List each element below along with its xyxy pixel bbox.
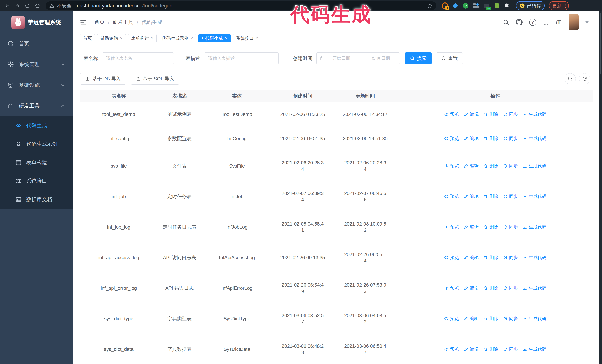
- edit-link[interactable]: 编辑: [464, 285, 479, 291]
- extension-icon[interactable]: 1: [441, 2, 448, 9]
- edit-link[interactable]: 编辑: [464, 254, 479, 261]
- sync-link[interactable]: 同步: [503, 135, 518, 142]
- preview-link[interactable]: 预览: [444, 285, 459, 291]
- edit-link[interactable]: 编辑: [464, 135, 479, 142]
- toggle-search-button[interactable]: [565, 73, 576, 84]
- extensions-puzzle-icon[interactable]: [504, 2, 510, 9]
- delete-link[interactable]: 删除: [484, 254, 498, 261]
- delete-link[interactable]: 删除: [484, 135, 498, 142]
- import-sql-button[interactable]: 基于 SQL 导入: [131, 73, 179, 85]
- tab-system-api[interactable]: 系统接口×: [233, 34, 261, 42]
- tab-codegen[interactable]: 代码生成×: [198, 34, 231, 42]
- search-icon[interactable]: [503, 19, 509, 25]
- extension-icon[interactable]: [452, 2, 459, 9]
- preview-link[interactable]: 预览: [444, 346, 459, 352]
- extension-icon[interactable]: [494, 2, 500, 9]
- generate-code-link[interactable]: 生成代码: [523, 315, 547, 322]
- close-icon[interactable]: ×: [120, 36, 123, 41]
- sync-link[interactable]: 同步: [503, 163, 518, 169]
- edit-link[interactable]: 编辑: [464, 315, 479, 322]
- sync-link[interactable]: 同步: [503, 193, 518, 200]
- preview-link[interactable]: 预览: [444, 135, 459, 142]
- close-icon[interactable]: ×: [151, 36, 153, 41]
- preview-link[interactable]: 预览: [444, 224, 459, 230]
- delete-link[interactable]: 删除: [484, 224, 498, 230]
- sync-link[interactable]: 同步: [503, 285, 518, 291]
- avatar-dropdown-caret[interactable]: [585, 21, 589, 25]
- paused-badge[interactable]: 已暂停: [516, 1, 545, 10]
- close-icon[interactable]: ×: [256, 36, 258, 41]
- generate-code-link[interactable]: 生成代码: [523, 346, 547, 352]
- hamburger-icon[interactable]: [80, 19, 86, 26]
- browser-back-button[interactable]: [3, 1, 12, 10]
- generate-code-link[interactable]: 生成代码: [523, 135, 547, 142]
- extension-icon[interactable]: [462, 2, 469, 9]
- generate-code-link[interactable]: 生成代码: [523, 193, 547, 200]
- table-desc-input[interactable]: 请输入表描述: [204, 52, 279, 64]
- security-label[interactable]: 不安全: [57, 3, 72, 9]
- delete-link[interactable]: 删除: [484, 163, 498, 169]
- edit-link[interactable]: 编辑: [464, 163, 479, 169]
- generate-code-link[interactable]: 生成代码: [523, 111, 547, 117]
- search-button[interactable]: 搜索: [405, 52, 431, 64]
- browser-home-button[interactable]: [33, 1, 42, 10]
- delete-link[interactable]: 删除: [484, 193, 498, 200]
- date-start-input[interactable]: 开始日期: [326, 55, 356, 61]
- sync-link[interactable]: 同步: [503, 224, 518, 230]
- extension-icon[interactable]: on: [483, 2, 490, 9]
- generate-code-link[interactable]: 生成代码: [523, 224, 547, 230]
- sidebar-item-system-api[interactable]: 系统接口: [0, 172, 73, 190]
- edit-link[interactable]: 编辑: [464, 346, 479, 352]
- sync-link[interactable]: 同步: [503, 254, 518, 261]
- tab-codegen-example[interactable]: 代码生成示例×: [159, 34, 196, 42]
- sidebar-item-db-docs[interactable]: 数据库文档: [0, 190, 73, 209]
- generate-code-link[interactable]: 生成代码: [523, 163, 547, 169]
- edit-link[interactable]: 编辑: [464, 224, 479, 230]
- close-icon[interactable]: ×: [190, 36, 193, 41]
- avatar[interactable]: [569, 14, 579, 30]
- tab-home[interactable]: 首页: [80, 34, 95, 42]
- font-size-icon[interactable]: tT: [556, 19, 561, 25]
- browser-update-button[interactable]: 更新: [549, 1, 569, 10]
- sidebar-item-home[interactable]: 首页: [0, 33, 73, 54]
- scrollbar-thumb[interactable]: [600, 13, 602, 74]
- browser-reload-button[interactable]: [23, 1, 32, 10]
- github-icon[interactable]: [516, 19, 523, 26]
- preview-link[interactable]: 预览: [444, 315, 459, 322]
- sync-link[interactable]: 同步: [503, 111, 518, 117]
- sync-link[interactable]: 同步: [503, 346, 518, 352]
- bookmark-star-icon[interactable]: [427, 3, 433, 9]
- sidebar-item-codegen-example[interactable]: 代码生成示例: [0, 135, 73, 153]
- delete-link[interactable]: 删除: [484, 111, 498, 117]
- delete-link[interactable]: 删除: [484, 285, 498, 291]
- tab-form-builder[interactable]: 表单构建×: [128, 34, 157, 42]
- table-name-input[interactable]: 请输入表名称: [102, 52, 174, 64]
- preview-link[interactable]: 预览: [444, 254, 459, 261]
- sidebar-item-codegen[interactable]: 代码生成: [0, 116, 73, 135]
- browser-forward-button[interactable]: [13, 1, 22, 10]
- sidebar-item-infrastructure[interactable]: 基础设施: [0, 75, 73, 95]
- extension-icon[interactable]: [473, 2, 479, 9]
- delete-link[interactable]: 删除: [484, 346, 498, 352]
- sync-link[interactable]: 同步: [503, 315, 518, 322]
- edit-link[interactable]: 编辑: [464, 193, 479, 200]
- date-end-input[interactable]: 结束日期: [366, 55, 396, 61]
- close-icon[interactable]: ×: [225, 36, 227, 41]
- scrollbar[interactable]: [599, 11, 602, 364]
- breadcrumb-home[interactable]: 首页: [94, 19, 105, 26]
- help-icon[interactable]: ?: [529, 19, 536, 26]
- refresh-table-button[interactable]: [579, 73, 590, 84]
- sidebar-item-form-builder[interactable]: 表单构建: [0, 153, 73, 172]
- preview-link[interactable]: 预览: [444, 193, 459, 200]
- sidebar-item-system-management[interactable]: 系统管理: [0, 54, 73, 75]
- tab-trace[interactable]: 链路追踪×: [97, 34, 126, 42]
- generate-code-link[interactable]: 生成代码: [523, 254, 547, 261]
- sidebar-item-dev-tools[interactable]: 研发工具: [0, 95, 73, 116]
- delete-link[interactable]: 删除: [484, 315, 498, 322]
- preview-link[interactable]: 预览: [444, 163, 459, 169]
- edit-link[interactable]: 编辑: [464, 111, 479, 117]
- reset-button[interactable]: 重置: [436, 52, 463, 64]
- preview-link[interactable]: 预览: [444, 111, 459, 117]
- date-range-picker[interactable]: 开始日期 - 结束日期: [316, 52, 400, 64]
- fullscreen-icon[interactable]: [543, 19, 549, 25]
